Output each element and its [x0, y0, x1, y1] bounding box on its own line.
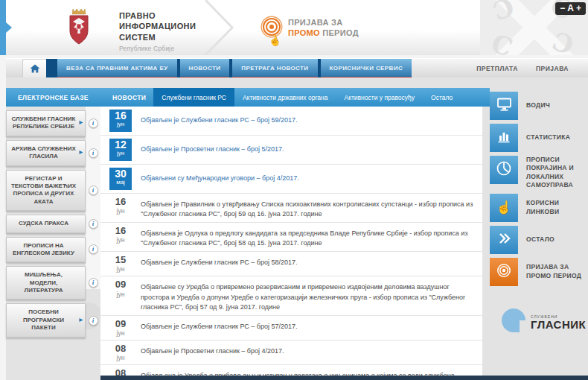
news-item-row: 16јун 16јун Објављен је Правилник о утвр…	[100, 194, 482, 223]
section-tab-bar: ЕЛЕКТРОНСКЕ БАЗЕ НОВОСТИ Службени гласни…	[6, 88, 490, 107]
rs-item-ostalo[interactable]: ОСТАЛО	[490, 226, 588, 254]
info-icon[interactable]: i	[89, 118, 98, 128]
news-item-row: 30мај 30мај Објављени су Међународни уго…	[100, 165, 482, 194]
sidebar-database-button[interactable]: СЛУЖБЕНИ ГЛАСНИК РЕПУБЛИКЕ СРБИЈЕ ▶	[6, 110, 86, 136]
info-icon[interactable]: i	[89, 219, 98, 229]
main-nav-button-group: ВЕЗА СА ПРАВНИМ АКТИМА ЕУНОВОСТИПРЕТРАГА…	[46, 59, 368, 78]
sidebar-item-sudska-praksa: СУДСКА ПРАКСА ▶ i	[6, 215, 100, 232]
news-item-row: 16јун 16јун Објављен је Службени гласник…	[100, 107, 482, 136]
sidebar-database-button[interactable]: ПРОПИСИ НА ЕНГЛЕСКОМ ЈЕЗИКУ ▶	[6, 237, 86, 263]
site-title: ПРАВНО ИНФОРМАЦИОНИ СИСТЕМ Републике Срб…	[119, 10, 196, 53]
news-date: 16јун 16јун	[105, 110, 136, 132]
expand-arrow-icon: ▶	[79, 120, 83, 126]
tab-aktivnosti-drzavnih-organa[interactable]: Активности државних органа	[234, 88, 336, 107]
home-icon	[30, 63, 40, 76]
news-item-text[interactable]: Објављен је Службени гласник РС – број 5…	[136, 255, 473, 267]
info-icon[interactable]: i	[89, 186, 98, 195]
nav-korisnicki-servis[interactable]: КОРИСНИЧКИ СЕРВИС	[321, 59, 412, 78]
news-item-row: 12јун 12јун Објављен је Просветни гласни…	[100, 136, 482, 165]
serbia-coat-of-arms-logo	[65, 6, 92, 51]
quick-links-sidebar: ВОДИЧ СТАТИСТИКА	[490, 92, 588, 290]
nav-novosti[interactable]: НОВОСТИ	[180, 59, 230, 78]
news-item-row: 16јун 16јун Објављена је Одлука о предло…	[100, 223, 482, 252]
header-links: ПРЕТПЛАТАПРИЈАВА	[476, 59, 569, 78]
quick-link-label: СТАТИСТИКА	[526, 124, 570, 152]
expand-arrow-icon: ▶	[79, 150, 83, 156]
link-pretplata[interactable]: ПРЕТПЛАТА	[476, 65, 518, 72]
news-item-text[interactable]: Објављене су Уредба о привремено резерви…	[136, 279, 473, 311]
rs-item-prijava-promo[interactable]: ПРИЈАВА ЗА ПРОМО ПЕРИОД	[490, 258, 588, 286]
sidebar-database-button[interactable]: ПОСЕБНИ ПРОГРАМСКИ ПАКЕТИ ▶	[6, 303, 86, 337]
header: ПРАВНО ИНФОРМАЦИОНИ СИСТЕМ Републике Срб…	[6, 0, 588, 55]
news-item-row: 15јун 15јун Објављен је Службени гласник…	[100, 252, 482, 276]
quick-link-icon-box	[490, 226, 518, 254]
left-accent-strip	[0, 0, 6, 55]
sidebar-database-button[interactable]: МИШЉЕЊА, МОДЕЛИ, ЛИТЕРАТУРА ▶	[6, 266, 86, 300]
electronic-databases-header: ЕЛЕКТРОНСКЕ БАЗЕ	[6, 88, 100, 107]
hand-pointer-icon: ☝	[496, 200, 511, 215]
info-cell: i	[86, 237, 100, 263]
nav-pretraga-novosti[interactable]: ПРЕТРАГА НОВОСТИ	[232, 59, 317, 78]
news-item-row: 08јун 08јун Објављен је Просветни гласни…	[100, 341, 482, 365]
tab-aktivnosti-u-pravosudju[interactable]: Активности у правосуђу	[336, 88, 423, 107]
news-date: 09јун 09јун	[105, 279, 136, 297]
main-navigation-bar: ВЕЗА СА ПРАВНИМ АКТИМА ЕУНОВОСТИПРЕТРАГА…	[6, 58, 588, 78]
info-cell: i	[86, 303, 100, 337]
info-icon[interactable]: i	[89, 244, 98, 254]
news-date: 12јун 12јун	[105, 139, 136, 161]
tab-ostalo[interactable]: Остало	[423, 88, 461, 107]
news-item-text[interactable]: Објављена је Одлука о предлогу кандидата…	[136, 226, 473, 248]
sidebar-database-button[interactable]: СУДСКА ПРАКСА ▶	[6, 215, 86, 232]
sidebar-item-sluzbeni-glasnik-rs: СЛУЖБЕНИ ГЛАСНИК РЕПУБЛИКЕ СРБИЈЕ ▶ i	[6, 110, 100, 136]
info-cell: i	[86, 266, 100, 300]
font-decrease-button[interactable]: −	[560, 2, 565, 15]
news-date: 16јун 16јун	[105, 197, 136, 215]
sidebar-database-button[interactable]: АРХИВА СЛУЖБЕНИХ ГЛАСИЛА ▶	[6, 140, 86, 166]
news-item-text[interactable]: Објављен је Просветни гласник – број 5/2…	[136, 139, 473, 154]
footer-bar	[100, 376, 588, 380]
news-item-text[interactable]: Објављени су Међународни уговори – број …	[136, 168, 473, 183]
promo-banner-text: ПРИЈАВА ЗА ПРОМО ПЕРИОД	[288, 18, 359, 39]
link-prijava[interactable]: ПРИЈАВА	[536, 65, 569, 72]
site-subtitle: Републике Србије	[119, 45, 196, 53]
quick-link-label: ОСТАЛО	[526, 226, 555, 254]
news-item-text[interactable]: Објављен је Правилник о утврђивању Списк…	[136, 197, 473, 219]
promo-target-icon	[496, 262, 512, 282]
info-icon[interactable]: i	[89, 148, 98, 158]
news-section-label: НОВОСТИ	[112, 88, 146, 107]
news-date: 09јун 09јун	[105, 319, 136, 337]
font-increase-button[interactable]: +	[576, 2, 581, 15]
news-item-text[interactable]: Објављен је Службени гласник РС – број 5…	[136, 110, 473, 125]
pravno-informacioni-sistem-page: ПРАВНО ИНФОРМАЦИОНИ СИСТЕМ Републике Срб…	[0, 0, 588, 380]
font-size-letter: A	[567, 2, 574, 15]
news-list-panel: 16јун 16јун Објављен је Службени гласник…	[100, 107, 482, 380]
font-size-widget: − A +	[555, 2, 586, 15]
sidebar-item-registar-i-tekstovi: РЕГИСТАР И ТЕКСТОВИ ВАЖЕЋИХ ПРОПИСА И ДР…	[6, 170, 100, 212]
news-item-text[interactable]: Објављен је Службени гласник РС – број 5…	[136, 319, 473, 332]
info-icon[interactable]: i	[89, 278, 98, 288]
quick-link-icon-box	[490, 92, 518, 120]
quick-link-icon-box	[490, 156, 518, 184]
news-date: 08јун 08јун	[105, 343, 136, 361]
rs-item-vodic[interactable]: ВОДИЧ	[490, 92, 588, 120]
rs-item-statistika[interactable]: СТАТИСТИКА	[490, 124, 588, 152]
news-tabs: Службени гласник РСАктивности државних о…	[153, 88, 461, 107]
home-tab[interactable]	[22, 59, 48, 78]
nav-veza-sa-pravnim-aktima-eu[interactable]: ВЕЗА СА ПРАВНИМ АКТИМА ЕУ	[57, 59, 177, 78]
sidebar-database-button[interactable]: РЕГИСТАР И ТЕКСТОВИ ВАЖЕЋИХ ПРОПИСА И ДР…	[6, 170, 86, 212]
quick-link-label: ПРОПИСИ ПОКРАЈИНА И ЛОКАЛНИХ САМОУПРАВА	[526, 156, 588, 190]
news-date: 30мај 30мај	[105, 168, 136, 190]
sidebar-item-posebni-programski-paketi: ПОСЕБНИ ПРОГРАМСКИ ПАКЕТИ ▶ i	[6, 303, 100, 337]
rs-item-propisi-pokrajina[interactable]: ПРОПИСИ ПОКРАЈИНА И ЛОКАЛНИХ САМОУПРАВА	[490, 156, 588, 190]
news-item-text[interactable]: Објављен је Просветни гласник – број 4/2…	[136, 343, 473, 356]
glasnik-mark-icon	[500, 307, 527, 337]
databases-sidebar: СЛУЖБЕНИ ГЛАСНИК РЕПУБЛИКЕ СРБИЈЕ ▶ i АР…	[6, 110, 100, 341]
quick-link-icon-box	[490, 258, 518, 286]
sluzbeni-glasnik-logo[interactable]: СЛУЖБЕНИ ГЛАСНИК	[500, 307, 586, 337]
bar-chart-icon	[496, 129, 511, 147]
info-cell: i	[86, 215, 100, 232]
info-icon[interactable]: i	[89, 316, 98, 326]
tab-sluzbeni-glasnik-rs[interactable]: Службени гласник РС	[153, 88, 234, 107]
news-item-row: 09јун 09јун Објављене су Уредба о привре…	[100, 276, 482, 315]
rs-item-korisni-linkovi[interactable]: ☝ КОРИСНИ ЛИНКОВИ	[490, 194, 588, 222]
